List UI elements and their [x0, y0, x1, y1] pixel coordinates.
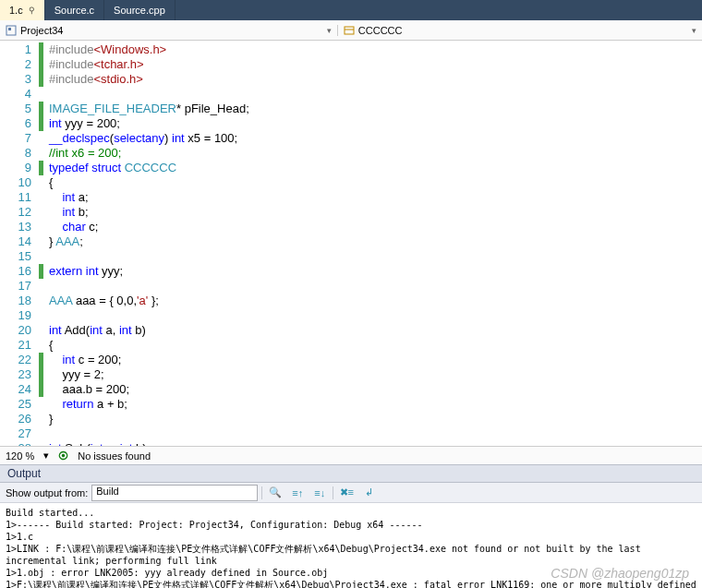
code-line[interactable]: int a;: [39, 190, 702, 205]
code-line[interactable]: #include<stdio.h>: [39, 72, 702, 87]
code-line[interactable]: AAA aaa = { 0,0,'a' };: [39, 294, 702, 308]
zoom-level[interactable]: 120 %: [6, 450, 34, 462]
document-tab-strip: 1.c ⚲ Source.c Source.cpp: [0, 0, 702, 20]
code-line[interactable]: {: [39, 338, 702, 353]
navigation-bar: Project34 ▾ CCCCCC ▾: [0, 20, 702, 41]
editor-status-strip: 120 % ▾ ⦿ No issues found: [0, 446, 702, 464]
project-icon: [6, 25, 17, 36]
code-line[interactable]: char c;: [39, 220, 702, 234]
code-line[interactable]: int c = 200;: [39, 353, 702, 367]
tab-label: Source.c: [54, 5, 94, 16]
code-line[interactable]: [39, 249, 702, 264]
code-line[interactable]: yyy = 2;: [39, 367, 702, 382]
issues-ok-icon: ⦿: [58, 450, 68, 462]
code-line[interactable]: } AAA;: [39, 234, 702, 249]
scope-name: CCCCCC: [358, 25, 403, 36]
output-title: Output: [7, 467, 41, 480]
prev-message-icon[interactable]: ≡↑: [288, 485, 307, 501]
output-text[interactable]: Build started... 1>------ Build started:…: [0, 503, 702, 588]
code-line[interactable]: aaa.b = 200;: [39, 382, 702, 397]
svg-rect-1: [8, 28, 11, 30]
code-line[interactable]: {: [39, 175, 702, 190]
line-number-gutter: 1234567891011121314151617181920212223242…: [0, 41, 37, 446]
code-line[interactable]: #include<tchar.h>: [39, 57, 702, 72]
word-wrap-icon[interactable]: ↲: [359, 485, 378, 501]
project-dropdown[interactable]: Project34 ▾: [0, 25, 337, 36]
separator: [261, 486, 262, 499]
struct-icon: [344, 25, 355, 36]
code-line[interactable]: int yyy = 200;: [39, 116, 702, 131]
issues-label: No issues found: [78, 450, 151, 462]
code-line[interactable]: return a + b;: [39, 397, 702, 412]
code-line[interactable]: __declspec(selectany) int x5 = 100;: [39, 131, 702, 146]
separator: [333, 486, 333, 499]
code-line[interactable]: }: [39, 412, 702, 426]
tab-source-c[interactable]: Source.c: [45, 0, 104, 20]
code-body[interactable]: #include<Windows.h>#include<tchar.h>#inc…: [37, 41, 702, 446]
clear-all-icon[interactable]: ✖≡: [337, 485, 356, 501]
chevron-down-icon: ▾: [327, 26, 332, 35]
tab-1c[interactable]: 1.c ⚲: [0, 0, 45, 20]
tab-label: 1.c: [9, 5, 23, 16]
code-line[interactable]: //int x6 = 200;: [39, 146, 702, 161]
code-line[interactable]: IMAGE_FILE_HEADER* pFile_Head;: [39, 102, 702, 116]
project-name: Project34: [20, 25, 63, 36]
code-line[interactable]: typedef struct CCCCCC: [39, 161, 702, 175]
code-line[interactable]: [39, 87, 702, 102]
code-line[interactable]: extern int yyy;: [39, 264, 702, 279]
code-line[interactable]: [39, 426, 702, 441]
scope-dropdown[interactable]: CCCCCC ▾: [337, 25, 702, 36]
output-toolbar: Show output from: Build 🔍 ≡↑ ≡↓ ✖≡ ↲: [0, 483, 702, 503]
pin-icon[interactable]: ⚲: [29, 6, 35, 15]
output-panel-header[interactable]: Output: [0, 464, 702, 483]
next-message-icon[interactable]: ≡↓: [310, 485, 329, 501]
code-line[interactable]: [39, 308, 702, 323]
svg-rect-2: [345, 27, 354, 34]
output-source-select[interactable]: Build: [91, 485, 258, 501]
code-editor[interactable]: 1234567891011121314151617181920212223242…: [0, 41, 702, 446]
tab-label: Source.cpp: [114, 5, 165, 16]
show-output-from-label: Show output from:: [6, 487, 88, 498]
tab-source-cpp[interactable]: Source.cpp: [104, 0, 176, 20]
find-message-icon[interactable]: 🔍: [266, 485, 284, 501]
chevron-down-icon: ▾: [692, 26, 696, 35]
code-line[interactable]: int b;: [39, 205, 702, 220]
code-line[interactable]: #include<Windows.h>: [39, 42, 702, 57]
code-line[interactable]: [39, 279, 702, 294]
code-line[interactable]: int Add(int a, int b): [39, 323, 702, 338]
